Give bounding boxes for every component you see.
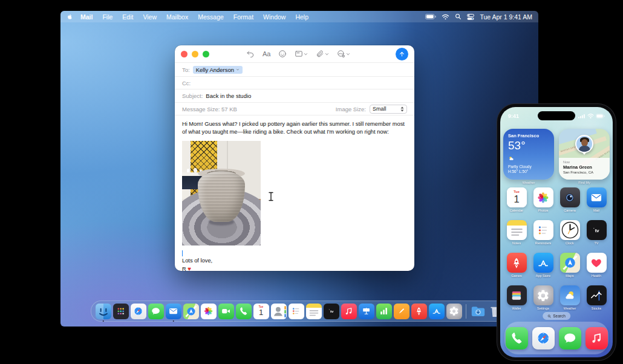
- dock-music[interactable]: [341, 303, 357, 319]
- dock-launchpad[interactable]: [113, 303, 129, 319]
- dock-games[interactable]: [411, 303, 427, 319]
- subject-field[interactable]: Subject: Back in the studio: [175, 89, 414, 102]
- iphone-app-app-store[interactable]: App Store: [530, 253, 556, 278]
- control-center-icon[interactable]: [467, 14, 474, 20]
- iphone-app-calendar[interactable]: Tue1Calendar: [503, 187, 530, 212]
- apple-menu[interactable]: [67, 13, 73, 21]
- close-button[interactable]: [181, 51, 188, 57]
- dock-maps[interactable]: [183, 303, 199, 319]
- dock-safari[interactable]: [130, 303, 146, 319]
- attach-button[interactable]: [316, 50, 329, 58]
- menu-view[interactable]: View: [138, 13, 161, 21]
- dock-pages[interactable]: [393, 303, 409, 319]
- recipient-token[interactable]: Kelly Anderson: [193, 66, 243, 74]
- iphone-app-health[interactable]: Health: [583, 253, 610, 278]
- dock-mail[interactable]: [165, 303, 181, 319]
- iphone-app-tv[interactable]: tvTV: [583, 220, 610, 245]
- format-button[interactable]: Aa: [263, 50, 270, 57]
- iphone-app-photos[interactable]: Photos: [530, 187, 556, 212]
- pottery-photo[interactable]: [182, 141, 261, 245]
- dock-contacts[interactable]: [270, 303, 287, 319]
- app-label: TV: [594, 241, 598, 245]
- photo-icon: [337, 50, 345, 58]
- dock-phone[interactable]: [235, 303, 252, 319]
- weather-widget[interactable]: San Francisco 53° Partly Cloudy H:56° L:…: [503, 129, 554, 180]
- games-icon: [411, 304, 427, 319]
- iphone-dock-phone[interactable]: [506, 327, 528, 349]
- iphone-app-mail[interactable]: Mail: [583, 187, 610, 212]
- dock-settings[interactable]: [446, 303, 462, 319]
- weather-widget-label: Weather: [503, 181, 554, 184]
- iphone-app-games[interactable]: Games: [503, 253, 530, 278]
- weather-condition: Partly Cloudy: [508, 164, 549, 169]
- send-button[interactable]: [396, 48, 408, 60]
- iphone-dock-music[interactable]: [585, 327, 608, 349]
- avatar: [575, 135, 593, 153]
- dock-messages[interactable]: [148, 303, 164, 319]
- dock-photos[interactable]: [200, 303, 217, 319]
- findmy-widget[interactable]: MARINA GREEN DR MARINA BLVD Now Marina G…: [559, 129, 610, 180]
- dock-downloads-folder[interactable]: [470, 303, 486, 319]
- dock-finder[interactable]: [95, 303, 111, 319]
- iphone-app-wallet[interactable]: Wallet: [503, 285, 530, 310]
- emoji-button[interactable]: [278, 50, 287, 58]
- iphone-app-clock[interactable]: Clock: [556, 220, 583, 245]
- wifi-icon[interactable]: [442, 14, 449, 20]
- iphone-app-stocks[interactable]: Stocks: [583, 285, 610, 310]
- battery-icon[interactable]: [425, 14, 436, 19]
- iphone-app-reminders[interactable]: Reminders: [530, 220, 556, 245]
- menu-mailbox[interactable]: Mailbox: [161, 13, 193, 21]
- dock-notes[interactable]: [305, 303, 322, 319]
- dock-facetime[interactable]: [218, 303, 234, 319]
- iphone-app-notes[interactable]: Notes: [503, 220, 530, 245]
- menu-format[interactable]: Format: [229, 13, 258, 21]
- dock-reminders[interactable]: [288, 303, 304, 319]
- app-label: Clock: [566, 241, 574, 245]
- dock-tv[interactable]: tv: [323, 303, 339, 319]
- message-body-editor[interactable]: Hi Mom! Guess what? I picked up pottery …: [175, 115, 414, 271]
- app-label: App Store: [536, 274, 550, 278]
- header-style-button[interactable]: [295, 50, 308, 58]
- minimize-button[interactable]: [192, 51, 198, 57]
- menu-window[interactable]: Window: [258, 13, 290, 21]
- iphone-dock-safari[interactable]: [532, 327, 555, 349]
- iphone-app-maps[interactable]: Maps: [556, 253, 583, 278]
- photos-icon: [201, 304, 217, 319]
- iphone-app-camera[interactable]: Camera: [556, 187, 583, 212]
- signature-line: R ♥: [182, 265, 407, 271]
- dock-calendar[interactable]: Tue1: [253, 303, 269, 319]
- menu-clock[interactable]: Tue Apr 1 9:41 AM: [480, 13, 532, 21]
- menu-help[interactable]: Help: [290, 13, 313, 21]
- reminders-icon: [533, 220, 553, 240]
- chevron-down-icon: [304, 52, 308, 56]
- iphone-status-bar: 9:41: [500, 111, 613, 121]
- messages-icon: [559, 327, 581, 349]
- dock-numbers[interactable]: [376, 303, 392, 319]
- mail-icon: [166, 304, 181, 319]
- image-size-select[interactable]: Small: [370, 105, 407, 114]
- photo-browser-button[interactable]: [337, 50, 350, 58]
- to-label: To:: [182, 67, 190, 73]
- search-pill[interactable]: Search: [543, 312, 570, 320]
- zoom-button[interactable]: [203, 51, 209, 57]
- iphone-app-weather[interactable]: Weather: [556, 285, 583, 310]
- menu-mail[interactable]: Mail: [76, 13, 97, 21]
- undo-button[interactable]: [246, 50, 255, 58]
- screenshot-stage: MailFileEditViewMailboxMessageFormatWind…: [0, 0, 623, 364]
- launchpad-icon: [113, 304, 129, 319]
- dock-app-store[interactable]: [428, 303, 445, 319]
- weather-city: San Francisco: [508, 133, 549, 138]
- dock-keynote[interactable]: [358, 303, 374, 319]
- menu-items: MailFileEditViewMailboxMessageFormatWind…: [76, 13, 313, 21]
- iphone-app-settings[interactable]: Settings: [530, 285, 556, 310]
- menu-edit[interactable]: Edit: [117, 13, 138, 21]
- to-field[interactable]: To: Kelly Anderson: [175, 62, 414, 76]
- iphone-dock-messages[interactable]: [559, 327, 581, 349]
- cc-field[interactable]: Cc:: [175, 76, 414, 89]
- menu-file[interactable]: File: [97, 13, 117, 21]
- findmy-now: Now: [563, 160, 605, 164]
- menu-message[interactable]: Message: [193, 13, 229, 21]
- findmy-info-panel: Now Marina Green San Francisco, CA: [559, 158, 610, 180]
- spotlight-search-icon[interactable]: [455, 13, 462, 20]
- stocks-icon: [587, 285, 607, 305]
